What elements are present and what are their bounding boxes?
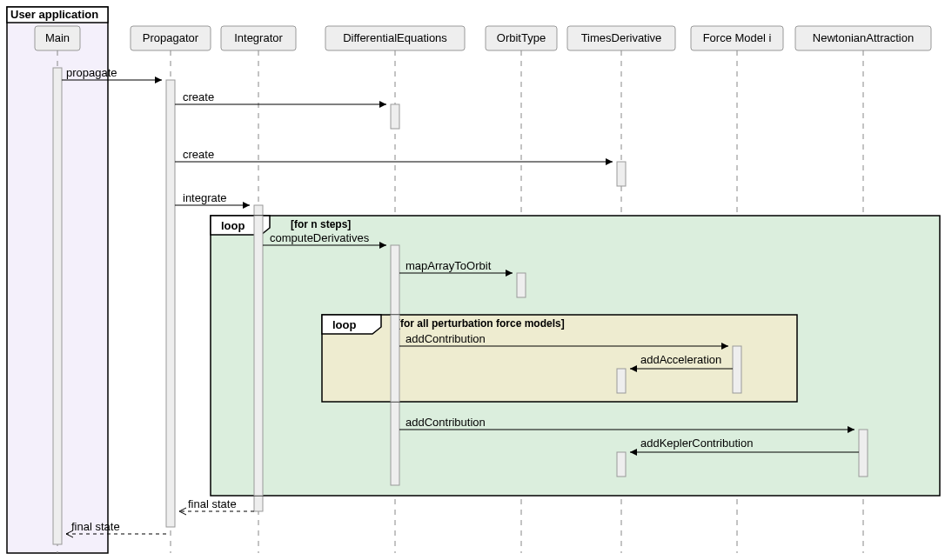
activation-main — [53, 68, 62, 544]
svg-marker-26 — [243, 202, 250, 209]
loop-outer-label: loop — [221, 219, 245, 232]
participant-newton: NewtonianAttraction — [795, 26, 931, 50]
svg-rect-39 — [617, 369, 626, 393]
participant-integrator: Integrator — [221, 26, 296, 50]
svg-rect-42 — [859, 430, 868, 477]
svg-marker-18 — [155, 77, 162, 83]
participant-main: Main — [35, 26, 80, 50]
svg-rect-21 — [391, 104, 399, 129]
loop-inner-cond: [for all perturbation force models] — [397, 317, 565, 330]
msg-finalstate1: final state — [188, 497, 237, 510]
loop-inner-label: loop — [332, 318, 356, 331]
svg-rect-33 — [391, 315, 399, 402]
msg-create-timesderiv: create — [183, 148, 214, 161]
svg-marker-20 — [379, 101, 386, 108]
msg-addContribution1: addContribution — [405, 332, 486, 345]
msg-addAcceleration: addAcceleration — [640, 353, 721, 366]
svg-marker-23 — [606, 158, 613, 165]
svg-text:Main: Main — [45, 31, 70, 44]
msg-addKeplerContribution: addKeplerContribution — [640, 437, 753, 450]
svg-text:Force Model i: Force Model i — [703, 31, 772, 44]
svg-text:Propagator: Propagator — [143, 31, 199, 44]
participant-timesderiv: TimesDerivative — [567, 26, 675, 50]
svg-text:Integrator: Integrator — [234, 31, 283, 44]
svg-text:TimesDerivative: TimesDerivative — [581, 31, 662, 44]
participant-diffeq: DifferentialEquations — [325, 26, 465, 50]
participant-forcemodel: Force Model i — [691, 26, 783, 50]
svg-text:NewtonianAttraction: NewtonianAttraction — [813, 31, 914, 44]
activation-propagator — [166, 80, 175, 527]
svg-rect-24 — [617, 162, 626, 186]
msg-computeDerivatives: computeDerivatives — [270, 231, 370, 244]
sequence-diagram: User application Main Propagator Integra… — [0, 0, 945, 560]
svg-text:OrbitType: OrbitType — [497, 31, 546, 44]
participant-orbittype: OrbitType — [486, 26, 557, 50]
frame-title: User application — [10, 8, 98, 21]
svg-text:DifferentialEquations: DifferentialEquations — [343, 31, 447, 44]
msg-create-diffeq: create — [183, 90, 214, 103]
svg-rect-36 — [733, 346, 741, 393]
msg-integrate: integrate — [183, 191, 227, 204]
svg-rect-27 — [254, 216, 263, 496]
svg-rect-32 — [517, 273, 526, 297]
svg-rect-45 — [617, 452, 626, 477]
participant-propagator: Propagator — [131, 26, 211, 50]
msg-propagate: propagate — [66, 66, 117, 79]
msg-addContribution2: addContribution — [405, 416, 486, 429]
msg-finalstate2: final state — [71, 520, 120, 533]
loop-outer-cond: [for n steps] — [291, 218, 351, 230]
msg-mapArrayToOrbit: mapArrayToOrbit — [405, 259, 492, 272]
